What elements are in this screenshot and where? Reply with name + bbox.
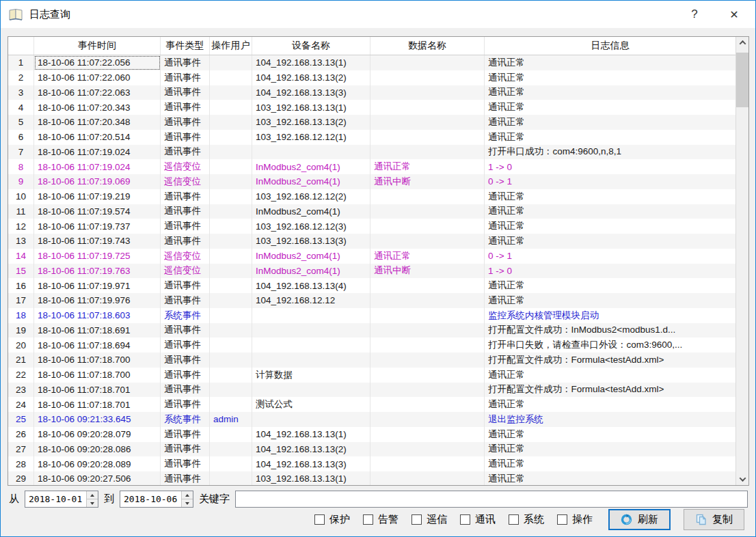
- spin-down-button[interactable]: [182, 499, 193, 507]
- cell-event-time: 18-10-06 11:07:19.763: [34, 264, 161, 279]
- table-row[interactable]: 11 18-10-06 11:07:19.574 通讯事件 InModbus2_…: [8, 204, 735, 219]
- close-button[interactable]: ✕: [718, 1, 750, 28]
- scroll-down-button[interactable]: [736, 473, 748, 485]
- scroll-up-button[interactable]: [736, 37, 748, 49]
- table-row[interactable]: 21 18-10-06 11:07:18.700 通讯事件 打开配置文件成功：F…: [8, 353, 735, 368]
- table-row[interactable]: 1 18-10-06 11:07:22.056 通讯事件 104_192.168…: [8, 55, 735, 70]
- checkbox-box[interactable]: [314, 514, 325, 525]
- table-row[interactable]: 5 18-10-06 11:07:20.348 通讯事件 103_192.168…: [8, 115, 735, 130]
- table-row[interactable]: 3 18-10-06 11:07:22.063 通讯事件 104_192.168…: [8, 85, 735, 100]
- table-row[interactable]: 13 18-10-06 11:07:19.743 通讯事件 103_192.16…: [8, 234, 735, 249]
- table-row[interactable]: 19 18-10-06 11:07:18.691 通讯事件 打开配置文件成功：I…: [8, 323, 735, 338]
- cell-event-time: 18-10-06 11:07:18.700: [34, 353, 161, 368]
- table-row[interactable]: 24 18-10-06 11:07:18.701 通讯事件 测试公式 通讯正常: [8, 397, 735, 412]
- table-row[interactable]: 17 18-10-06 11:07:19.976 通讯事件 104_192.16…: [8, 293, 735, 308]
- refresh-button[interactable]: 刷新: [608, 509, 671, 530]
- col-header-user[interactable]: 操作用户: [210, 37, 252, 55]
- filter-checkbox-0[interactable]: 保护: [314, 513, 350, 526]
- cell-device-name: [252, 412, 370, 427]
- cell-data-name: [370, 219, 485, 234]
- filter-checkbox-2[interactable]: 遥信: [411, 513, 447, 526]
- cell-user: [210, 204, 252, 219]
- filter-checkbox-1[interactable]: 告警: [363, 513, 399, 526]
- cell-event-type: 通讯事件: [161, 115, 210, 130]
- cell-event-time: 18-10-06 11:07:18.603: [34, 308, 161, 323]
- table-row[interactable]: 20 18-10-06 11:07:18.694 通讯事件 打开串口失败，请检查…: [8, 338, 735, 353]
- log-table: 事件时间 事件类型 操作用户 设备名称 数据名称 日志信息 1 18-10-06…: [8, 36, 749, 486]
- table-row[interactable]: 10 18-10-06 11:07:19.219 通讯事件 103_192.16…: [8, 189, 735, 204]
- scrollbar-thumb[interactable]: [736, 53, 748, 107]
- spin-up-button[interactable]: [182, 491, 193, 499]
- cell-event-time: 18-10-06 09:20:28.079: [34, 427, 161, 442]
- keyword-input[interactable]: [235, 491, 748, 508]
- filter-checkbox-4[interactable]: 系统: [509, 513, 544, 526]
- filter-checkbox-3[interactable]: 通讯: [460, 513, 496, 526]
- table-row[interactable]: 7 18-10-06 11:07:19.024 通讯事件 打开串口成功：com4…: [8, 145, 735, 160]
- cell-device-name: 103_192.168.12.12(2): [252, 189, 370, 204]
- table-row[interactable]: 16 18-10-06 11:07:19.971 通讯事件 104_192.16…: [8, 278, 735, 293]
- filter-checkbox-5[interactable]: 操作: [557, 513, 593, 526]
- table-row[interactable]: 28 18-10-06 09:20:28.089 通讯事件 104_192.16…: [8, 456, 735, 471]
- cell-user: [210, 442, 252, 457]
- col-header-event-type[interactable]: 事件类型: [161, 37, 210, 55]
- table-row[interactable]: 26 18-10-06 09:20:28.079 通讯事件 104_192.16…: [8, 427, 735, 442]
- table-row[interactable]: 18 18-10-06 11:07:18.603 系统事件 监控系统内核管理模块…: [8, 308, 735, 323]
- vertical-scrollbar[interactable]: [735, 37, 748, 485]
- table-body: 1 18-10-06 11:07:22.056 通讯事件 104_192.168…: [8, 55, 735, 485]
- cell-event-time: 18-10-06 09:21:33.645: [34, 412, 161, 427]
- table-row[interactable]: 15 18-10-06 11:07:19.763 遥信变位 InModbus2_…: [8, 264, 735, 279]
- cell-log-info: 1 -> 0: [485, 264, 735, 279]
- cell-user: [210, 338, 252, 353]
- col-header-device-name[interactable]: 设备名称: [252, 37, 370, 55]
- date-from-spinbox[interactable]: 2018-10-01: [25, 491, 98, 508]
- table-row[interactable]: 27 18-10-06 09:20:28.086 通讯事件 104_192.16…: [8, 442, 735, 457]
- table-row[interactable]: 2 18-10-06 11:07:22.060 通讯事件 104_192.168…: [8, 70, 735, 85]
- checkbox-box[interactable]: [363, 514, 373, 525]
- checkbox-box[interactable]: [460, 514, 470, 525]
- cell-log-info: 打开配置文件成功：InModbus2<modbus1.d...: [485, 323, 735, 338]
- date-from-value[interactable]: 2018-10-01: [25, 491, 86, 507]
- checkbox-box[interactable]: [411, 514, 422, 525]
- col-header-rownum: [8, 37, 34, 55]
- table-row[interactable]: 12 18-10-06 11:07:19.737 通讯事件 103_192.16…: [8, 219, 735, 234]
- checkbox-box[interactable]: [509, 514, 519, 525]
- table-row[interactable]: 22 18-10-06 11:07:18.700 通讯事件 计算数据 通讯正常: [8, 368, 735, 383]
- checkbox-box[interactable]: [557, 514, 567, 525]
- cell-device-name: 计算数据: [252, 368, 370, 383]
- copy-button[interactable]: 复制: [684, 509, 744, 530]
- checkbox-label: 遥信: [427, 513, 447, 526]
- cell-event-time: 18-10-06 11:07:20.514: [34, 130, 161, 145]
- cell-device-name: 104_192.168.13.13(2): [252, 70, 370, 85]
- cell-log-info: 监控系统内核管理模块启动: [485, 308, 735, 323]
- table-row[interactable]: 25 18-10-06 09:21:33.645 系统事件 admin 退出监控…: [8, 412, 735, 427]
- table-row[interactable]: 6 18-10-06 11:07:20.514 通讯事件 103_192.168…: [8, 130, 735, 145]
- col-header-data-name[interactable]: 数据名称: [370, 37, 485, 55]
- cell-user: [210, 100, 252, 115]
- cell-data-name: [370, 70, 485, 85]
- cell-event-time: 18-10-06 11:07:19.024: [34, 145, 161, 160]
- col-header-log-info[interactable]: 日志信息: [485, 37, 735, 55]
- cell-data-name: [370, 427, 485, 442]
- spin-down-button[interactable]: [87, 499, 98, 507]
- cell-user: [210, 368, 252, 383]
- table-row[interactable]: 9 18-10-06 11:07:19.069 遥信变位 InModbus2_c…: [8, 174, 735, 189]
- date-to-spinbox[interactable]: 2018-10-06: [120, 491, 193, 508]
- cell-user: [210, 55, 252, 70]
- table-row[interactable]: 4 18-10-06 11:07:20.343 通讯事件 103_192.168…: [8, 100, 735, 115]
- cell-user: [210, 249, 252, 264]
- log-book-icon: [9, 8, 24, 21]
- cell-data-name: 通讯正常: [370, 159, 485, 174]
- help-button[interactable]: ?: [679, 1, 710, 28]
- table-row[interactable]: 14 18-10-06 11:07:19.725 遥信变位 InModbus2_…: [8, 249, 735, 264]
- cell-event-type: 通讯事件: [161, 427, 210, 442]
- copy-icon: [695, 514, 707, 525]
- date-to-value[interactable]: 2018-10-06: [120, 491, 181, 507]
- cell-event-type: 通讯事件: [161, 471, 210, 485]
- table-row[interactable]: 23 18-10-06 11:07:18.701 通讯事件 打开配置文件成功：F…: [8, 383, 735, 398]
- cell-log-info: 通讯正常: [485, 234, 735, 249]
- cell-device-name: 104_192.168.13.13(1): [252, 427, 370, 442]
- spin-up-button[interactable]: [87, 491, 98, 499]
- col-header-event-time[interactable]: 事件时间: [34, 37, 161, 55]
- table-row[interactable]: 29 18-10-06 09:20:27.506 通讯事件 103_192.16…: [8, 471, 735, 485]
- table-row[interactable]: 8 18-10-06 11:07:19.024 遥信变位 InModbus2_c…: [8, 159, 735, 174]
